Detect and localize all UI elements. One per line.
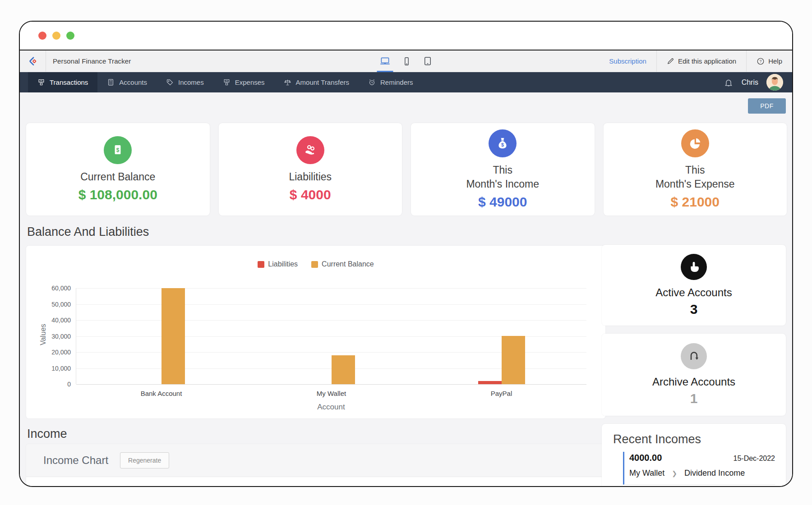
liabilities-card: Liabilities $ 4000	[219, 123, 402, 216]
tab-transactions[interactable]: Transactions	[28, 72, 97, 92]
subscription-link[interactable]: Subscription	[599, 50, 656, 72]
creator-logo-icon	[27, 55, 38, 67]
current-balance-swatch	[311, 261, 318, 268]
active-accounts-label: Active Accounts	[655, 286, 732, 299]
chart-plot: 60,00050,00040,00030,00020,00010,0000Ban…	[76, 288, 586, 384]
tab-label: Accounts	[119, 78, 147, 86]
tab-reminders[interactable]: Reminders	[359, 72, 423, 92]
current-balance-card: $ Current Balance $ 108,000.00	[26, 123, 210, 216]
svg-text:$: $	[116, 147, 120, 153]
expenses-icon	[223, 78, 231, 86]
reminders-icon	[368, 78, 376, 86]
bar-current-balance-my-wallet	[332, 355, 355, 384]
balance-chart-card: Liabilities Current Balance Values 60,00…	[26, 246, 605, 418]
tab-label: Incomes	[178, 78, 204, 86]
accounts-icon	[107, 78, 115, 86]
svg-text:$: $	[501, 142, 504, 147]
close-button[interactable]	[38, 32, 46, 40]
tab-accounts[interactable]: Accounts	[97, 72, 157, 92]
edit-application-button[interactable]: Edit this application	[657, 50, 746, 72]
stat-label: Month's Income	[466, 177, 539, 191]
notifications-bell-icon[interactable]	[724, 78, 734, 87]
nav-right: Chris	[724, 72, 792, 92]
x-category-label: My Wallet	[246, 390, 416, 397]
stat-value: $ 21000	[671, 194, 720, 210]
gridline	[76, 304, 586, 305]
legend-label: Liabilities	[268, 260, 298, 268]
app-title: Personal Finance Tracker	[46, 50, 138, 72]
tab-amount-transfers[interactable]: Amount Transfers	[274, 72, 359, 92]
income-account: My Wallet	[629, 468, 664, 478]
minimize-button[interactable]	[52, 32, 60, 40]
help-button[interactable]: ? Help	[747, 50, 792, 72]
avatar-illustration	[766, 74, 783, 91]
device-preview-switcher	[379, 50, 433, 72]
legend-label: Current Balance	[322, 260, 374, 268]
liabilities-swatch	[258, 261, 264, 268]
main-nav: Transactions Accounts Incomes Expenses	[20, 72, 792, 92]
stat-cards-row: $ Current Balance $ 108,000.00 Liabiliti…	[26, 123, 787, 216]
laptop-icon	[379, 55, 391, 67]
tab-incomes[interactable]: Incomes	[157, 72, 213, 92]
active-accounts-hand-icon	[681, 254, 707, 280]
y-tick-label: 20,000	[37, 349, 71, 356]
hand-coins-icon	[296, 136, 324, 164]
active-accounts-card: Active Accounts 3	[602, 245, 786, 326]
bar-liabilities-paypal	[478, 381, 502, 384]
user-avatar[interactable]	[766, 74, 783, 91]
money-bag-icon: $	[489, 129, 517, 157]
tab-label: Transactions	[50, 78, 88, 86]
stat-label: Liabilities	[289, 170, 332, 184]
dashboard-content: PDF $ Current Balance $ 108,000.00	[20, 92, 792, 487]
recent-incomes-card: Recent Incomes 4000.00 15-Dec-2022 My Wa…	[602, 424, 786, 487]
stat-label: Month's Expense	[655, 177, 735, 191]
income-amount: 4000.00	[629, 453, 662, 463]
chevron-right-icon: ❯	[672, 470, 677, 477]
income-chart-header: Income Chart Regenerate	[26, 444, 605, 477]
y-tick-label: 0	[37, 381, 71, 388]
creator-logo[interactable]	[20, 50, 46, 72]
active-accounts-count: 3	[690, 302, 698, 317]
x-axis-title: Account	[76, 403, 586, 412]
income-section-title: Income	[27, 427, 67, 441]
legend-item-current-balance[interactable]: Current Balance	[311, 260, 374, 268]
recent-incomes-title: Recent Incomes	[613, 432, 775, 446]
gridline	[76, 384, 586, 385]
help-label: Help	[768, 57, 782, 65]
tablet-view-button[interactable]	[423, 50, 433, 72]
y-tick-label: 60,000	[37, 285, 71, 292]
stat-label: This	[493, 163, 512, 177]
y-tick-label: 30,000	[37, 333, 71, 340]
maximize-button[interactable]	[66, 32, 74, 40]
chart-legend: Liabilities Current Balance	[26, 260, 605, 268]
app-window: Personal Finance Tracker Subscription	[19, 21, 793, 487]
month-income-card: $ This Month's Income $ 49000	[411, 123, 595, 216]
legend-item-liabilities[interactable]: Liabilities	[258, 260, 298, 268]
income-date: 15-Dec-2022	[734, 454, 775, 463]
y-tick-label: 40,000	[37, 317, 71, 324]
pencil-icon	[667, 57, 674, 65]
regenerate-button[interactable]: Regenerate	[120, 452, 169, 468]
user-name: Chris	[742, 78, 758, 87]
tab-label: Amount Transfers	[296, 78, 349, 86]
header-actions: Subscription Edit this application ? Hel…	[599, 50, 792, 72]
archive-accounts-label: Archive Accounts	[652, 376, 735, 388]
gridline	[76, 320, 586, 321]
app-header: Personal Finance Tracker Subscription	[20, 50, 792, 72]
svg-text:?: ?	[760, 59, 762, 64]
phone-view-button[interactable]	[402, 50, 412, 72]
gridline	[76, 288, 586, 289]
month-expense-card: This Month's Expense $ 21000	[604, 123, 787, 216]
window-titlebar	[20, 22, 792, 50]
stat-label: Current Balance	[80, 170, 155, 184]
balance-section-title: Balance And Liabilities	[27, 225, 149, 239]
tab-expenses[interactable]: Expenses	[213, 72, 274, 92]
bar-current-balance-bank-account	[161, 288, 185, 384]
laptop-view-button[interactable]	[379, 50, 391, 72]
pdf-export-button[interactable]: PDF	[748, 98, 786, 114]
archive-accounts-count: 1	[690, 391, 698, 406]
pie-chart-icon	[681, 129, 709, 157]
recent-income-entry[interactable]: 4000.00 15-Dec-2022 My Wallet ❯ Dividend…	[623, 452, 775, 485]
stat-value: $ 4000	[290, 187, 331, 202]
stat-label: This	[685, 163, 705, 177]
